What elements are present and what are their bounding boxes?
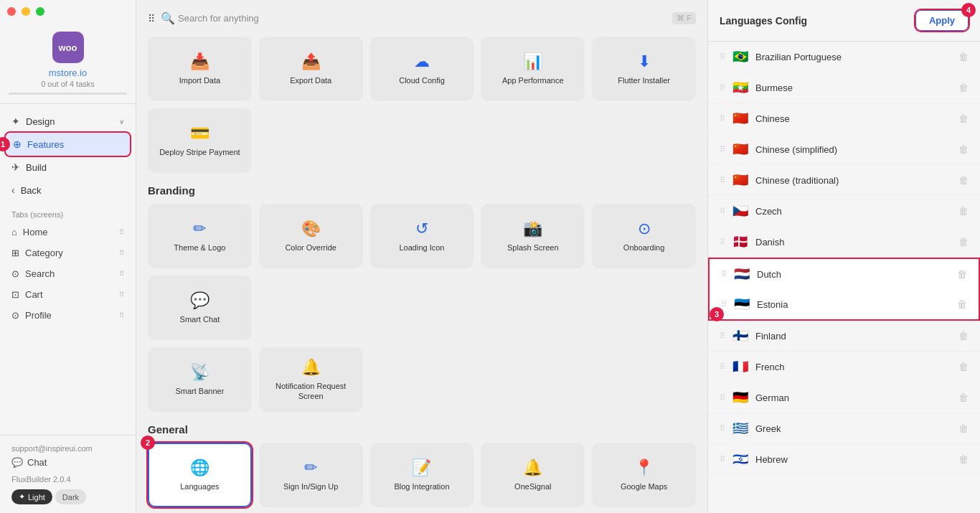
- drag-handle[interactable]: ⠿: [720, 52, 725, 62]
- apply-button[interactable]: Apply: [915, 10, 969, 31]
- delete-lang-icon[interactable]: 🗑: [958, 174, 969, 186]
- lang-item-chinese-simplified[interactable]: ⠿🇨🇳Chinese (simplified)🗑: [708, 134, 980, 165]
- lang-flag: 🇨🇳: [732, 141, 748, 157]
- lang-name: Burmese: [755, 83, 951, 93]
- lang-item-chinese-traditional[interactable]: ⠿🇨🇳Chinese (traditional)🗑: [708, 165, 980, 196]
- feature-onboarding[interactable]: ⊙ Onboarding: [592, 204, 696, 268]
- lang-item-czech[interactable]: ⠿🇨🇿Czech🗑: [708, 196, 980, 227]
- delete-lang-icon[interactable]: 🗑: [958, 113, 969, 124]
- lang-item-estonia[interactable]: ⠿🇪🇪Estonia🗑: [708, 289, 980, 321]
- feature-splash-screen[interactable]: 📸 Splash Screen: [481, 204, 585, 268]
- search-placeholder[interactable]: Search for anything: [178, 13, 259, 24]
- lang-flag: 🇧🇷: [732, 49, 748, 65]
- delete-lang-icon[interactable]: 🗑: [958, 453, 969, 465]
- drag-handle[interactable]: ⠿: [720, 207, 725, 216]
- sidebar-item-back[interactable]: ‹ Back: [0, 179, 136, 202]
- drag-handle[interactable]: ⠿: [119, 249, 124, 257]
- sidebar-item-design[interactable]: ✦ Design ∨: [0, 110, 136, 133]
- feature-notification-request[interactable]: 🔔 Notification Request Screen: [259, 347, 363, 412]
- delete-lang-icon[interactable]: 🗑: [958, 423, 969, 434]
- delete-lang-icon[interactable]: 🗑: [958, 205, 969, 217]
- lang-item-chinese[interactable]: ⠿🇨🇳Chinese🗑: [708, 103, 980, 134]
- lang-item-brazilian-portuguese[interactable]: ⠿🇧🇷Brazilian Portuguese🗑: [708, 42, 980, 72]
- search-icon: 🔍: [161, 11, 175, 25]
- feature-deploy-stripe[interactable]: 💳 Deploy Stripe Payment: [148, 108, 252, 173]
- sidebar-item-features[interactable]: ⊕ Features: [6, 133, 130, 156]
- progress-bar: [9, 93, 127, 95]
- feature-export-data[interactable]: 📤 Export Data: [259, 37, 363, 101]
- delete-lang-icon[interactable]: 🗑: [957, 298, 967, 310]
- delete-lang-icon[interactable]: 🗑: [958, 392, 969, 403]
- drag-handle[interactable]: ⠿: [720, 331, 725, 341]
- category-icon: ⊞: [11, 248, 19, 258]
- drag-handle[interactable]: ⠿: [720, 237, 725, 247]
- light-theme-button[interactable]: ✦ Light: [11, 489, 52, 504]
- lang-name: Brazilian Portuguese: [755, 52, 951, 62]
- feature-languages[interactable]: 🌐 Languages: [148, 443, 252, 507]
- chat-icon: 💬: [11, 457, 23, 468]
- lang-item-danish[interactable]: ⠿🇩🇰Danish🗑: [708, 227, 980, 258]
- delete-lang-icon[interactable]: 🗑: [958, 82, 969, 93]
- feature-flutter-installer[interactable]: ⬇ Flutter Installer: [592, 37, 696, 101]
- sidebar-item-build[interactable]: ✈ Build: [0, 156, 136, 179]
- drag-handle[interactable]: ⠿: [119, 228, 124, 236]
- lang-flag: 🇨🇳: [732, 110, 748, 126]
- feature-theme-logo[interactable]: ✏ Theme & Logo: [148, 204, 252, 268]
- delete-lang-icon[interactable]: 🗑: [958, 236, 969, 248]
- delete-lang-icon[interactable]: 🗑: [958, 51, 969, 62]
- feature-sign-in-up[interactable]: ✏ Sign In/Sign Up: [259, 443, 363, 507]
- dark-theme-button[interactable]: Dark: [55, 489, 86, 504]
- drag-handle[interactable]: ⠿: [721, 300, 727, 309]
- general-grid-wrapper: 2 🌐 Languages ✏ Sign In/Sign Up 📝 Blog I…: [148, 443, 696, 513]
- tab-home[interactable]: ⌂ Home ⠿: [0, 222, 136, 243]
- drag-handle[interactable]: ⠿: [720, 114, 725, 123]
- delete-lang-icon[interactable]: 🗑: [957, 268, 967, 280]
- general-section: General 2 🌐 Languages ✏ Sign In/Sign Up …: [148, 423, 696, 513]
- feature-blog-integration[interactable]: 📝 Blog Integration: [370, 443, 474, 507]
- task-count: 0 out of 4 tasks: [41, 80, 95, 88]
- feature-app-performance[interactable]: 📊 App Performance: [481, 37, 585, 101]
- drag-handle[interactable]: ⠿: [720, 455, 725, 464]
- feature-loading-icon[interactable]: ↺ Loading Icon: [370, 204, 474, 268]
- grid-icon[interactable]: ⠿: [148, 13, 155, 24]
- feature-smart-chat[interactable]: 💬 Smart Chat: [148, 276, 252, 340]
- tab-profile[interactable]: ⊙ Profile ⠿: [0, 305, 136, 326]
- tab-category[interactable]: ⊞ Category ⠿: [0, 243, 136, 263]
- sidebar-footer: support@inspireui.com 💬 Chat FluxBuilder…: [0, 435, 136, 513]
- delete-lang-icon[interactable]: 🗑: [958, 361, 969, 372]
- feature-google-maps[interactable]: 📍 Google Maps: [592, 443, 696, 507]
- drag-handle[interactable]: ⠿: [720, 362, 725, 372]
- sidebar-item-label: Back: [21, 185, 42, 196]
- feature-smart-banner[interactable]: 📡 Smart Banner: [148, 347, 252, 412]
- chevron-down-icon: ∨: [119, 118, 124, 126]
- drag-handle[interactable]: ⠿: [720, 176, 725, 185]
- feature-import-data[interactable]: 📥 Import Data: [148, 37, 252, 101]
- delete-lang-icon[interactable]: 🗑: [958, 330, 969, 342]
- lang-item-hebrew[interactable]: ⠿🇮🇱Hebrew🗑: [708, 444, 980, 475]
- search-icon: ⊙: [11, 268, 19, 279]
- tab-cart[interactable]: ⊡ Cart ⠿: [0, 284, 136, 305]
- top-feature-grid: 📥 Import Data 📤 Export Data ☁ Cloud Conf…: [148, 37, 696, 173]
- drag-handle[interactable]: ⠿: [720, 393, 725, 403]
- delete-lang-icon[interactable]: 🗑: [958, 143, 969, 155]
- drag-handle[interactable]: ⠿: [720, 145, 725, 154]
- lang-item-greek[interactable]: ⠿🇬🇷Greek🗑: [708, 413, 980, 444]
- chat-button[interactable]: 💬 Chat: [11, 457, 124, 468]
- feature-cloud-config[interactable]: ☁ Cloud Config: [370, 37, 474, 101]
- lang-item-french[interactable]: ⠿🇫🇷French🗑: [708, 352, 980, 382]
- lang-item-dutch[interactable]: ⠿🇳🇱Dutch🗑: [708, 258, 980, 289]
- tab-search[interactable]: ⊙ Search ⠿: [0, 263, 136, 284]
- lang-item-burmese[interactable]: ⠿🇲🇲Burmese🗑: [708, 72, 980, 103]
- apply-btn-wrapper: 4 Apply: [915, 10, 969, 31]
- drag-handle[interactable]: ⠿: [119, 311, 124, 319]
- feature-onesignal[interactable]: 🔔 OneSignal: [481, 443, 585, 507]
- lang-item-finland[interactable]: ⠿🇫🇮Finland🗑: [708, 321, 980, 352]
- drag-handle[interactable]: ⠿: [721, 270, 727, 279]
- lang-name: German: [755, 392, 951, 403]
- lang-item-german[interactable]: ⠿🇩🇪German🗑: [708, 382, 980, 413]
- drag-handle[interactable]: ⠿: [720, 424, 725, 433]
- drag-handle[interactable]: ⠿: [720, 83, 725, 93]
- feature-color-override[interactable]: 🎨 Color Override: [259, 204, 363, 268]
- drag-handle[interactable]: ⠿: [119, 291, 124, 298]
- drag-handle[interactable]: ⠿: [119, 270, 124, 278]
